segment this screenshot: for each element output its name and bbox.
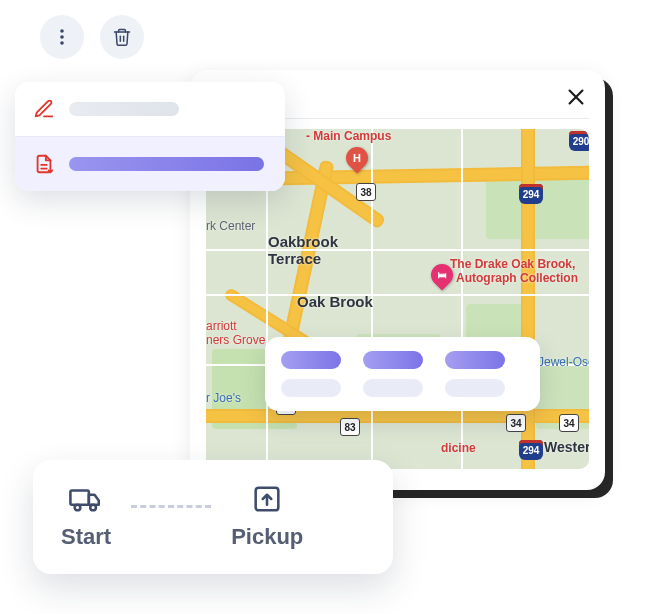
context-menu [15,82,285,191]
chip-group-1 [281,351,341,397]
map-label-joes: r Joe's [206,391,241,405]
map-label-main-campus: - Main Campus [306,129,391,143]
step-start[interactable]: Start [61,482,111,550]
route-shield-83b: 83 [340,418,360,436]
chip-light[interactable] [445,379,505,397]
chip-purple[interactable] [363,351,423,369]
more-vertical-icon [52,27,72,47]
route-shield-34a: 34 [506,414,526,432]
svg-point-1 [60,35,64,39]
map-label-rk-center: rk Center [206,219,255,233]
close-button[interactable] [563,84,589,110]
route-shield-38: 38 [356,183,376,201]
map-label-dicine: dicine [441,441,476,455]
chip-group-3 [445,351,505,397]
map-label-oak-brook: Oak Brook [297,293,373,310]
interstate-shield-294b: 294 [519,440,543,460]
close-icon [565,86,587,108]
chip-light[interactable] [363,379,423,397]
step-connector [131,505,211,508]
step-pickup[interactable]: Pickup [231,482,303,550]
chip-purple[interactable] [281,351,341,369]
context-menu-download[interactable] [15,136,285,191]
chip-light[interactable] [281,379,341,397]
menu-item-placeholder [69,102,179,116]
map-label-drake2: Autograph Collection [456,271,578,285]
map-label-jewel: Jewel-Osc [538,355,589,369]
pin-letter: 🛏 [438,270,447,280]
svg-point-0 [60,29,64,33]
svg-point-2 [60,41,64,45]
interstate-shield-294a: 294 [519,184,543,204]
map-label-marriott1: arriott [206,319,237,333]
more-button[interactable] [40,15,84,59]
svg-point-5 [90,505,96,511]
pin-letter: H [353,152,361,164]
svg-rect-3 [70,491,88,505]
context-menu-edit[interactable] [15,82,285,136]
steps-card: Start Pickup [33,460,393,574]
svg-point-4 [75,505,81,511]
map-label-marriott2: ners Grove [206,333,265,347]
package-up-icon [248,482,286,516]
pencil-icon [33,98,55,120]
route-shield-34b: 34 [559,414,579,432]
chips-card [265,337,540,411]
map-label-oakbrook-terrace: Oakbrook Terrace [268,234,338,267]
chip-purple[interactable] [445,351,505,369]
interstate-shield-290: 290 [569,131,589,151]
step-start-label: Start [61,524,111,550]
document-download-icon [33,153,55,175]
map-label-drake1: The Drake Oak Brook, [450,257,575,271]
map-label-western: Western [544,439,589,455]
trash-icon [112,27,132,47]
menu-item-placeholder [69,157,264,171]
step-pickup-label: Pickup [231,524,303,550]
chip-group-2 [363,351,423,397]
delete-button[interactable] [100,15,144,59]
truck-icon [65,482,107,516]
